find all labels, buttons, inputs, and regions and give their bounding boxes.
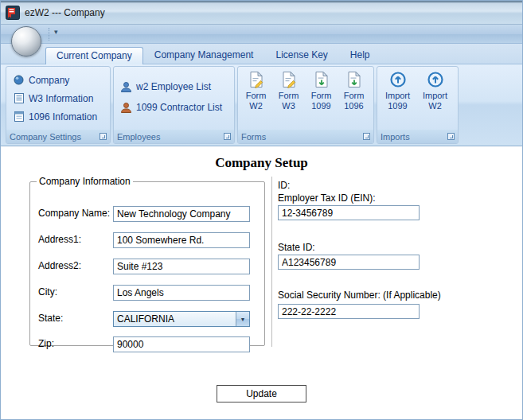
ribbon-group-employees: w2 Employee List 1099 Contractor List Em… (113, 66, 235, 144)
ribbon-group-imports: Import 1099 Import W2 Imports (377, 66, 459, 144)
ribbon-tab-bar: Current Company Company Management Licen… (1, 44, 522, 64)
ribbon-item-label: 1099 Contractor List (136, 102, 222, 113)
page-title: Company Setup (1, 155, 522, 171)
ribbon-item-label: Company (29, 75, 69, 86)
form-1096-icon (345, 71, 363, 91)
button-label: W2 (249, 101, 263, 111)
group-caption-forms: Forms (238, 130, 373, 143)
group-caption-company-settings: Company Settings (6, 130, 110, 143)
button-label: W2 (428, 101, 442, 111)
address2-input[interactable] (113, 259, 250, 274)
import-w2-icon (427, 71, 444, 91)
title-bar[interactable]: ezW2 --- Company (1, 1, 522, 25)
address1-label: Address1: (38, 234, 81, 245)
dialog-launcher-icon[interactable] (100, 133, 107, 140)
dialog-launcher-icon[interactable] (224, 133, 231, 140)
company-information-groupbox: Company Information Company Name: Addres… (29, 176, 265, 346)
ssn-input[interactable] (278, 304, 420, 319)
main-content: Company Setup Company Information Compan… (1, 146, 522, 420)
ribbon-item-company[interactable]: Company (10, 71, 106, 89)
button-label: W3 (282, 101, 295, 111)
dialog-launcher-icon[interactable] (363, 133, 370, 140)
button-label: Form (246, 91, 267, 101)
ribbon-item-label: W3 Information (29, 93, 93, 104)
application-orb-button[interactable] (11, 26, 41, 56)
form-w2-button[interactable]: Form W2 (240, 69, 272, 130)
form-1099-button[interactable]: Form 1099 (305, 69, 338, 130)
state-select[interactable]: CALIFORNIA ▼ (113, 311, 250, 327)
tab-company-management[interactable]: Company Management (143, 46, 265, 64)
import-w2-button[interactable]: Import W2 (416, 69, 454, 130)
button-label: Import (385, 91, 410, 101)
qat-separator (49, 28, 49, 41)
state-label: State: (38, 313, 63, 324)
button-label: 1096 (344, 101, 363, 111)
form-w3-icon (280, 71, 298, 91)
city-label: City: (38, 286, 57, 298)
address2-label: Address2: (38, 260, 81, 271)
ribbon-group-forms: Form W2 Form W3 Form 1099 (237, 66, 374, 144)
info-1096-icon (12, 111, 25, 122)
company-information-legend: Company Information (37, 176, 133, 187)
ssn-label: Social Security Number: (If Applicable) (278, 290, 441, 301)
button-label: 1099 (388, 101, 407, 111)
form-w2-icon (248, 71, 265, 91)
zip-input[interactable] (113, 336, 250, 352)
group-caption-label: Company Settings (10, 132, 81, 142)
tab-current-company[interactable]: Current Company (45, 47, 143, 64)
button-label: Import (423, 91, 447, 101)
ribbon: Company W3 Information 1096 Infomation C… (1, 64, 522, 146)
app-window: ezW2 --- Company ▾ Current Company Compa… (0, 0, 523, 420)
tab-help[interactable]: Help (339, 46, 381, 64)
combo-dropdown-arrow-icon[interactable]: ▼ (236, 312, 249, 326)
form-1099-icon (313, 71, 330, 91)
ein-label: Employer Tax ID (EIN): (278, 192, 375, 204)
app-icon (6, 6, 20, 20)
group-caption-label: Employees (117, 132, 160, 142)
form-1096-button[interactable]: Form 1096 (338, 69, 370, 130)
contractor-person-icon (119, 102, 133, 114)
window-title: ezW2 --- Company (25, 7, 105, 18)
import-1099-button[interactable]: Import 1099 (379, 69, 416, 130)
company-name-input[interactable] (113, 206, 250, 222)
city-input[interactable] (113, 285, 250, 301)
group-caption-imports: Imports (377, 130, 458, 143)
w3-information-icon (12, 92, 25, 104)
import-1099-icon (389, 71, 407, 91)
address1-input[interactable] (113, 232, 250, 248)
form-w3-button[interactable]: Form W3 (272, 69, 305, 130)
update-button[interactable]: Update (217, 385, 306, 402)
button-label: 1099 (311, 101, 330, 111)
state-id-label: State ID: (278, 242, 315, 253)
qat-customize-chevron-icon[interactable]: ▾ (54, 28, 58, 36)
ribbon-item-w2-employee-list[interactable]: w2 Employee List (118, 76, 230, 97)
company-name-label: Company Name: (38, 208, 110, 219)
ribbon-group-company-settings: Company W3 Information 1096 Infomation C… (6, 66, 111, 144)
state-id-input[interactable] (278, 255, 420, 270)
ribbon-item-w3-information[interactable]: W3 Information (10, 89, 106, 107)
state-selected-value: CALIFORNIA (114, 313, 236, 325)
id-section-heading: ID: (278, 180, 290, 191)
group-caption-label: Forms (241, 132, 266, 142)
zip-label: Zip: (38, 338, 54, 349)
ribbon-item-label: w2 Employee List (136, 81, 211, 92)
ribbon-item-1099-contractor-list[interactable]: 1099 Contractor List (118, 97, 230, 118)
employee-person-icon (119, 81, 133, 93)
ribbon-item-1096-information[interactable]: 1096 Infomation (10, 107, 106, 126)
ein-input[interactable] (278, 205, 420, 220)
group-caption-label: Imports (381, 132, 410, 142)
ribbon-item-label: 1096 Infomation (29, 111, 97, 122)
button-label: Form (311, 91, 332, 101)
company-icon (12, 74, 25, 86)
quick-access-toolbar: ▾ (1, 25, 522, 44)
id-section-divider (271, 177, 272, 347)
dialog-launcher-icon[interactable] (447, 133, 455, 140)
button-label: Form (279, 91, 299, 101)
button-label: Form (344, 91, 365, 101)
tab-license-key[interactable]: License Key (264, 46, 338, 64)
group-caption-employees: Employees (114, 130, 234, 143)
